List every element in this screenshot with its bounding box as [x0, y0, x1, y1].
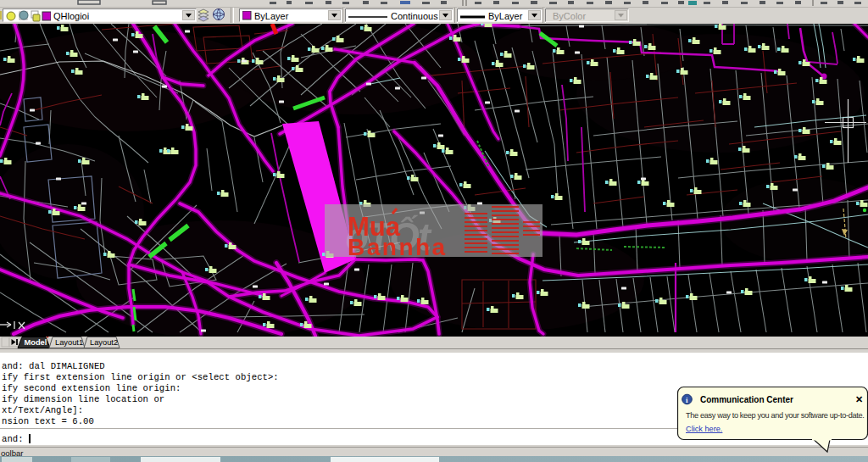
svg-text:The easy way to keep you and y: The easy way to keep you and your softwa… — [686, 411, 864, 420]
svg-text:✕: ✕ — [855, 394, 863, 404]
svg-text:Layout1: Layout1 — [55, 338, 83, 347]
svg-text:Click here.: Click here. — [686, 425, 722, 433]
svg-text:Bannha: Bannha — [348, 234, 448, 260]
svg-text:Model: Model — [25, 338, 47, 347]
svg-text:Layout2: Layout2 — [90, 338, 118, 347]
svg-text:Communication Center: Communication Center — [700, 395, 793, 404]
